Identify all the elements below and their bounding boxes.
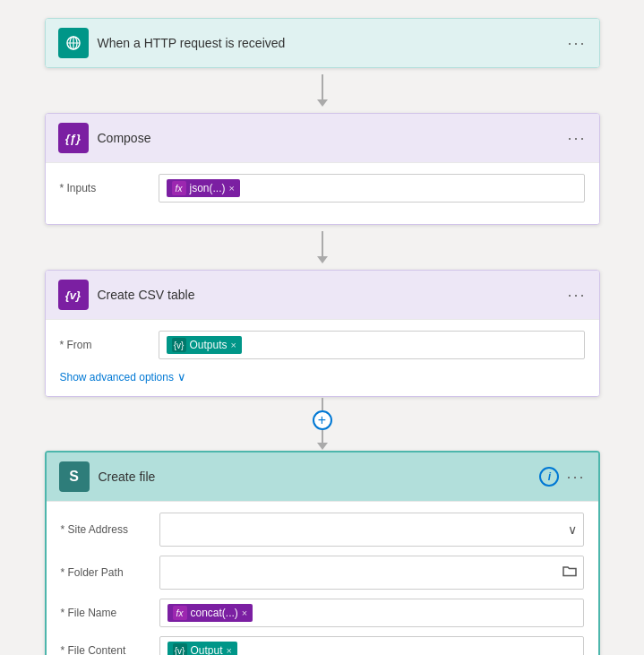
folder-path-container — [159, 556, 584, 590]
json-token: fx json(...) × — [167, 179, 240, 197]
json-token-close[interactable]: × — [229, 183, 235, 194]
plus-arrow-head — [317, 443, 328, 450]
file-content-label: File Content — [61, 644, 159, 655]
show-advanced-label: Show advanced options — [60, 371, 174, 384]
http-trigger-title: When a HTTP request is received — [98, 36, 286, 50]
arrow-line-1 — [322, 74, 323, 99]
folder-path-label: Folder Path — [61, 566, 159, 579]
csv-card: {v} Create CSV table ··· From {v} Output… — [45, 270, 600, 397]
outputs-token-icon: {v} — [172, 338, 186, 352]
file-content-row: File Content {v} Output × — [61, 636, 584, 655]
chevron-down-icon: ∨ — [177, 370, 186, 384]
csv-title: Create CSV table — [98, 288, 195, 302]
show-advanced-link[interactable]: Show advanced options ∨ — [60, 370, 186, 384]
outputs-token-close[interactable]: × — [231, 340, 236, 350]
compose-body: Inputs fx json(...) × — [46, 162, 599, 224]
arrow-line-2 — [322, 231, 323, 256]
file-name-row: File Name fx concat(...) × — [61, 599, 584, 627]
json-token-label: json(...) — [190, 182, 226, 194]
http-trigger-icon — [58, 28, 89, 58]
create-file-body: Site Address ∨ Folder Path — [47, 501, 598, 655]
from-label: From — [60, 339, 159, 351]
output-token: {v} Output × — [167, 642, 237, 655]
from-row: From {v} Outputs × — [60, 331, 585, 359]
create-file-card: S Create file i ··· Site Address ∨ — [45, 451, 600, 655]
site-address-container: ∨ — [159, 513, 584, 547]
csv-body: From {v} Outputs × Show advanced options… — [46, 319, 599, 396]
compose-card: {ƒ} Compose ··· Inputs fx json(...) × — [45, 113, 600, 225]
output-token-label: Output — [191, 644, 223, 655]
plus-line-top — [322, 398, 323, 410]
file-content-field[interactable]: {v} Output × — [159, 636, 584, 655]
inputs-label: Inputs — [60, 182, 159, 194]
outputs-token-label: Outputs — [190, 339, 228, 351]
compose-more[interactable]: ··· — [567, 129, 586, 148]
concat-fx-icon: fx — [173, 606, 187, 620]
concat-token-label: concat(...) — [191, 607, 238, 619]
file-name-field[interactable]: fx concat(...) × — [159, 599, 584, 627]
outputs-token: {v} Outputs × — [167, 336, 242, 354]
arrow-head-2 — [317, 256, 328, 263]
http-trigger-card: When a HTTP request is received ··· — [45, 18, 600, 68]
add-step-button[interactable]: + — [313, 410, 332, 430]
file-name-label: File Name — [61, 607, 159, 619]
arrow-1 — [317, 68, 328, 113]
create-file-title: Create file — [99, 470, 156, 484]
concat-token-close[interactable]: × — [242, 608, 247, 618]
arrow-head-1 — [317, 99, 328, 107]
compose-title: Compose — [98, 131, 151, 145]
create-file-icon: S — [59, 461, 90, 492]
create-file-more[interactable]: ··· — [566, 468, 585, 487]
inputs-row: Inputs fx json(...) × — [60, 174, 585, 203]
csv-more[interactable]: ··· — [567, 286, 586, 305]
site-address-field[interactable] — [159, 513, 584, 547]
token-fx-icon: fx — [172, 181, 186, 195]
show-advanced-row: Show advanced options ∨ — [60, 368, 585, 384]
folder-path-row: Folder Path — [61, 556, 584, 590]
create-file-icon-letter: S — [69, 469, 79, 485]
folder-browse-icon[interactable] — [562, 565, 577, 581]
compose-icon-label: {ƒ} — [65, 132, 81, 145]
flow-canvas: When a HTTP request is received ··· {ƒ} … — [36, 18, 608, 655]
compose-icon: {ƒ} — [58, 123, 89, 153]
site-address-label: Site Address — [61, 523, 159, 536]
info-icon-label: i — [548, 470, 551, 483]
csv-icon: {v} — [58, 280, 89, 310]
from-field[interactable]: {v} Outputs × — [159, 331, 585, 359]
compose-header: {ƒ} Compose ··· — [46, 114, 599, 162]
plus-connector: + — [313, 397, 332, 451]
output-token-close[interactable]: × — [227, 645, 232, 655]
csv-icon-label: {v} — [65, 289, 81, 302]
site-address-dropdown-icon[interactable]: ∨ — [568, 522, 577, 537]
inputs-field[interactable]: fx json(...) × — [159, 174, 585, 203]
concat-token: fx concat(...) × — [167, 604, 253, 622]
csv-header: {v} Create CSV table ··· — [46, 271, 599, 319]
arrow-2 — [317, 225, 328, 270]
folder-path-field[interactable] — [159, 556, 584, 590]
create-file-info-button[interactable]: i — [539, 467, 559, 487]
http-trigger-header: When a HTTP request is received ··· — [46, 19, 599, 67]
site-address-row: Site Address ∨ — [61, 513, 584, 547]
output-token-icon: {v} — [173, 643, 187, 655]
create-file-header: S Create file i ··· — [47, 452, 598, 501]
http-trigger-more[interactable]: ··· — [567, 34, 586, 53]
plus-line-bottom — [322, 430, 323, 443]
